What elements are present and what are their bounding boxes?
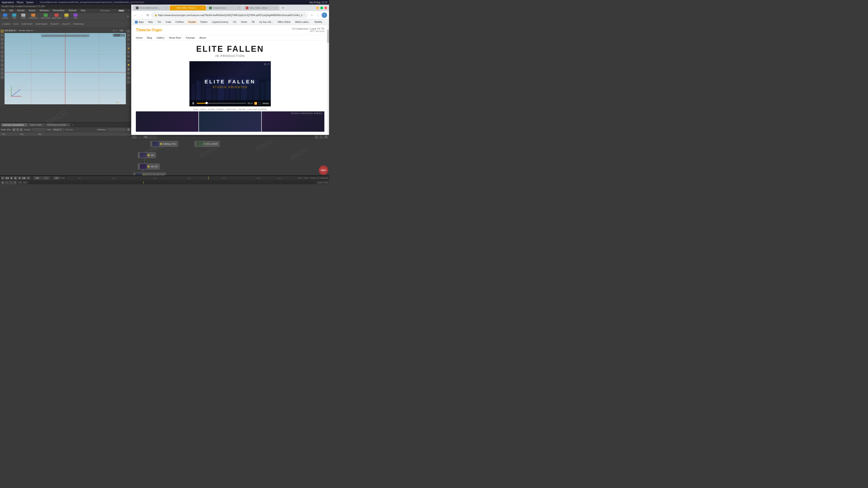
net-nav-back[interactable]: ←: [132, 135, 137, 139]
group-input[interactable]: [32, 128, 45, 131]
tab-close-videos[interactable]: ×: [275, 7, 276, 9]
video-progress-bar[interactable]: [197, 103, 246, 104]
tool-select[interactable]: S: [0, 29, 4, 33]
node-buildings-rs1[interactable]: Buildings_RS1: [150, 141, 178, 147]
spt-btn2[interactable]: ≡: [16, 128, 19, 131]
tab-close-python[interactable]: ×: [42, 124, 43, 126]
menu-assets[interactable]: Assets: [28, 9, 36, 12]
tab-geometry-spreadsheet[interactable]: Geometry Spreadsheet ×: [1, 123, 28, 127]
nav-tutorials[interactable]: Tutorials: [185, 36, 195, 39]
url-bar[interactable]: 🔒 https://www.timucinozger.com/canyon-ra…: [151, 12, 308, 18]
bookmark-cuda[interactable]: Cuda: [164, 20, 173, 24]
obj-path[interactable]: obj: [119, 29, 124, 32]
chrome-minimize[interactable]: [316, 6, 319, 9]
tl-icon-range[interactable]: ↔: [9, 181, 13, 184]
tl-btn-prev-key[interactable]: ◀◀: [5, 176, 9, 180]
shelf-add-btn[interactable]: +: [127, 9, 130, 12]
chrome-tab-terminal[interactable]: tricecold@tricecold: ... ×: [133, 5, 169, 10]
shelf-tool-path[interactable]: Path: [62, 13, 71, 20]
nav-back[interactable]: ←: [133, 12, 138, 18]
shelf-row2-terrain[interactable]: TerrainFX: [50, 23, 60, 25]
shelf-tool-draw-curve[interactable]: Draw Curve: [40, 13, 51, 20]
net-fit[interactable]: ⊞: [324, 135, 328, 139]
bookmark-sunlife[interactable]: my Sun Life...: [257, 20, 275, 24]
tl-icon-settings[interactable]: ⚙: [13, 181, 17, 184]
tool-camera[interactable]: C: [0, 67, 4, 71]
chrome-account-btn[interactable]: T: [322, 12, 327, 18]
chrome-tab-simplescreen[interactable]: SimpleScreen... ×: [206, 5, 243, 10]
rtool-snap2[interactable]: ⊕: [127, 55, 131, 58]
nav-gallery[interactable]: Gallery: [156, 36, 164, 39]
video-pause-btn[interactable]: ⏸: [191, 101, 195, 105]
os-system-menu[interactable]: System: [26, 1, 34, 4]
menu-renderman[interactable]: RenderMan: [52, 9, 65, 12]
tl-btn-next-key[interactable]: ▶▶: [22, 176, 26, 180]
tab-python-shell[interactable]: Python Shell ×: [28, 123, 45, 127]
os-app-menu[interactable]: Applications: [2, 1, 14, 4]
nav-home[interactable]: Home: [136, 36, 143, 39]
bookmark-office[interactable]: Office Online: [276, 20, 292, 24]
bookmark-tim[interactable]: Tim: [156, 20, 163, 24]
net-zoom-in[interactable]: +: [315, 135, 318, 139]
attr-dropdown[interactable]: [107, 128, 126, 131]
nav-blog[interactable]: Blog: [147, 36, 152, 39]
shelf-row2-guide[interactable]: Guide Brush: [20, 23, 33, 25]
chrome-maximize[interactable]: [320, 6, 323, 9]
render-view-label[interactable]: Render View ▼: [19, 29, 33, 32]
shelf-tool-tube[interactable]: Tube: [10, 13, 19, 20]
tl-btn-next-frame[interactable]: ▶: [18, 176, 22, 180]
tool-light[interactable]: L: [0, 71, 4, 75]
net-path-input[interactable]: obj: [143, 135, 157, 138]
rtool-settings[interactable]: ⚙: [127, 76, 131, 80]
shelf-tool-font[interactable]: Font: [71, 13, 80, 20]
tab-close-perf[interactable]: ×: [67, 124, 68, 126]
chrome-settings-btn[interactable]: ⋮: [315, 12, 321, 18]
net-zoom-out[interactable]: -: [319, 135, 323, 139]
tab-close-terminal[interactable]: ×: [165, 7, 166, 9]
tab-performance-monitor[interactable]: Performance Monitor ×: [45, 123, 70, 127]
bookmark-houdini[interactable]: Houdini: [186, 20, 198, 24]
thumb-item-2[interactable]: [199, 111, 261, 132]
chrome-tab-videos[interactable]: Elite_Fallen_Videos ×: [243, 5, 279, 10]
rtool-render-region[interactable]: □: [127, 80, 131, 84]
nav-about[interactable]: About: [199, 36, 206, 39]
menu-render[interactable]: Render: [17, 9, 25, 12]
node-env-dome[interactable]: Env_DOME: [194, 141, 220, 147]
nav-reload[interactable]: ↻: [145, 12, 150, 18]
video-volume-icon[interactable]: 📶: [254, 102, 257, 105]
menu-edit[interactable]: Edit: [8, 9, 14, 12]
bookmark-crypto[interactable]: cryptocCurrency: [210, 20, 230, 24]
video-fullscreen-icon[interactable]: ⛶: [258, 102, 261, 105]
rtool-light2[interactable]: 💡: [127, 63, 131, 67]
menu-help[interactable]: Help: [80, 9, 86, 12]
tab-close-elite[interactable]: ×: [202, 7, 203, 9]
node-ads[interactable]: Ads: [138, 152, 156, 158]
tl-scroll-area[interactable]: [28, 181, 316, 184]
tl-fps-input[interactable]: [53, 176, 60, 180]
tool-scale[interactable]: E: [0, 41, 4, 45]
rtool-grid[interactable]: ⊞: [127, 71, 131, 75]
rtool-lock[interactable]: 🔒: [127, 46, 131, 50]
intrinsics-btn[interactable]: Intrinsics: [65, 129, 73, 131]
shelf-set-mono[interactable]: Tim_Mono: [100, 9, 111, 12]
view-dropdown[interactable]: Persp ▼: [53, 128, 64, 131]
spt-btn3[interactable]: ⊙: [20, 128, 23, 131]
net-nav-forward[interactable]: →: [138, 135, 143, 139]
bookmark-fb[interactable]: FB: [250, 20, 256, 24]
tl-btn-forward-all[interactable]: ⏭: [27, 176, 30, 180]
spt-help[interactable]: ?: [127, 128, 130, 131]
url-clear[interactable]: ×: [303, 14, 305, 16]
video-share-icon[interactable]: ↗: [267, 63, 270, 66]
shelf-row2-cloud[interactable]: Cloud FX: [61, 23, 71, 25]
bookmark-nety[interactable]: Nety: [147, 20, 155, 24]
shelf-row2-renderman[interactable]: RenderMan: [72, 23, 85, 25]
tl-btn-rewind-all[interactable]: ⏮: [1, 176, 4, 180]
bookmark-forrent[interactable]: ForRent: [174, 20, 186, 24]
shelf-tool-circle[interactable]: Circle: [19, 13, 28, 20]
menu-refresh[interactable]: Refresh: [68, 9, 77, 12]
shelf-row2-curve[interactable]: Curve: [12, 23, 20, 25]
rtool-bg[interactable]: ▣: [127, 67, 131, 71]
tool-handle[interactable]: H: [0, 46, 4, 49]
tl-ruler-area[interactable]: 232 356 500 614 768 1032 1100: [66, 176, 296, 180]
chrome-tab-elite-fallen[interactable]: Elite Fallen | Timucin ... ×: [170, 5, 206, 10]
